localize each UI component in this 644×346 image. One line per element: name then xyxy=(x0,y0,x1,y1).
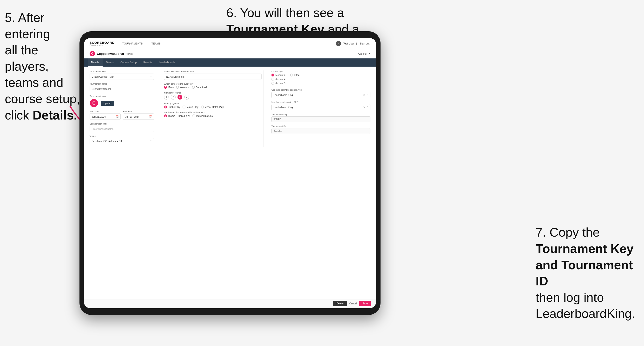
main-content: Tournament Host Clippd College - Men ⌃ T… xyxy=(84,67,376,299)
app-header: SCOREBOARD Powered by clippd TOURNAMENTS… xyxy=(84,38,376,49)
start-date-group: Start date Jan 21, 2024 📅 xyxy=(90,110,121,120)
venue-label: Venue xyxy=(90,135,154,137)
end-date-group: End date Jan 23, 2024 📅 xyxy=(123,110,154,120)
save-button[interactable]: Save xyxy=(359,301,371,306)
start-date-input[interactable]: Jan 21, 2024 📅 xyxy=(90,114,121,120)
teams-option[interactable]: Teams (+Individuals) xyxy=(164,114,190,117)
host-input[interactable]: Clippd College - Men ⌃ xyxy=(90,74,154,80)
gender-combined[interactable]: Combined xyxy=(192,86,207,89)
individuals-label: Individuals Only xyxy=(196,115,214,117)
round-3[interactable]: 3 xyxy=(178,95,182,100)
round-2[interactable]: 2 xyxy=(171,95,176,100)
tab-details[interactable]: Details xyxy=(88,58,102,67)
third-party1-group: Use third-party live scoring API? Leader… xyxy=(272,89,370,98)
tab-course-setup[interactable]: Course Setup xyxy=(117,58,140,67)
end-date-value: Jan 23, 2024 xyxy=(125,115,139,118)
rounds-group: Number of rounds 1 2 3 4 xyxy=(164,92,262,100)
format-other[interactable]: Other xyxy=(290,74,300,76)
other-label: Other xyxy=(294,74,300,76)
third-party2-clear[interactable]: ✕ xyxy=(363,106,365,109)
third-party2-input[interactable]: Leaderboard King ✕ ⌃ xyxy=(272,104,370,110)
end-date-input[interactable]: Jan 23, 2024 📅 xyxy=(123,114,154,120)
key-text: b4f6b7 xyxy=(274,118,281,120)
individuals-option[interactable]: Individuals Only xyxy=(192,114,214,117)
nav-teams[interactable]: TEAMS xyxy=(150,42,162,45)
sign-out-link[interactable]: Sign out xyxy=(359,42,370,45)
third-party1-controls: ✕ ⌃ xyxy=(363,94,368,97)
sponsor-label: Sponsor (optional) xyxy=(90,123,154,125)
division-input[interactable]: NCAA Division III ⌃ xyxy=(164,74,262,80)
format-6count5[interactable]: 6 count 5 xyxy=(272,82,286,85)
gender-mens[interactable]: Mens xyxy=(164,86,174,89)
6count5-circle xyxy=(272,82,274,85)
scoring-match[interactable]: Match Play xyxy=(182,106,198,108)
5count4-circle xyxy=(272,74,274,76)
third-party1-input[interactable]: Leaderboard King ✕ ⌃ xyxy=(272,92,370,98)
logo-c-letter: C xyxy=(90,99,98,107)
teams-radio-circle xyxy=(164,114,167,117)
col-left: Tournament Host Clippd College - Men ⌃ T… xyxy=(90,70,157,147)
third-party1-clear[interactable]: ✕ xyxy=(363,94,365,97)
user-name: Test User xyxy=(343,42,354,45)
third-party1-label: Use third-party live scoring API? xyxy=(272,89,370,91)
tab-bar: Details Teams Course Setup Results Leade… xyxy=(84,58,376,67)
medal-radio-circle xyxy=(201,106,204,108)
venue-input[interactable]: Peachtree GC - Atlanta - GA ⌃ xyxy=(90,138,154,144)
annotation-line4: course setup, xyxy=(5,92,80,106)
rounds-label: Number of rounds xyxy=(164,92,262,94)
tab-results[interactable]: Results xyxy=(140,58,156,67)
cancel-button[interactable]: Cancel xyxy=(349,302,357,305)
host-value: Clippd College - Men xyxy=(92,75,114,78)
logo-label: Tournament logo xyxy=(90,95,154,97)
format-6count4[interactable]: 6 count 4 xyxy=(272,78,286,81)
host-label: Tournament Host xyxy=(90,70,154,73)
format-group: Format type 5 count 4 6 count 4 xyxy=(272,70,370,86)
third-party2-value: Leaderboard King xyxy=(274,106,293,109)
womens-radio-circle xyxy=(176,86,179,89)
annotation-left: 5. After entering all the players, teams… xyxy=(5,10,82,123)
tournament-title-row: C Clippd Invitational (Men) xyxy=(90,51,133,56)
name-value: Clippd Invitational xyxy=(92,88,111,90)
mens-radio-circle xyxy=(164,86,167,89)
scoreboard-logo: SCOREBOARD Powered by clippd xyxy=(90,41,115,46)
name-input[interactable]: Clippd Invitational xyxy=(90,86,154,92)
combined-label: Combined xyxy=(196,86,207,89)
third-party2-label: Use third-party scoring API? xyxy=(272,101,370,103)
name-label: Tournament name xyxy=(90,83,154,85)
tab-teams[interactable]: Teams xyxy=(102,58,117,67)
gender-womens[interactable]: Womens xyxy=(176,86,189,89)
cancel-link[interactable]: Cancel ✕ xyxy=(358,52,370,55)
pipe-separator: | xyxy=(356,42,357,45)
tournament-host-group: Tournament Host Clippd College - Men ⌃ xyxy=(90,70,154,80)
start-label: Start date xyxy=(90,110,121,113)
individuals-radio-circle xyxy=(192,114,195,117)
tab-leaderboards[interactable]: Leaderboards xyxy=(156,58,179,67)
format-5count4[interactable]: 5 count 4 xyxy=(272,74,286,76)
venue-dropdown-arrow: ⌃ xyxy=(150,140,152,142)
nav-tournaments[interactable]: TOURNAMENTS xyxy=(122,42,144,45)
sponsor-input[interactable]: Enter sponsor name xyxy=(90,126,154,132)
annotation-line2: all the players, xyxy=(5,43,49,73)
upload-button[interactable]: Upload xyxy=(101,101,114,106)
stroke-label: Stroke Play xyxy=(168,106,180,108)
scoring-medal-match[interactable]: Medal Match Play xyxy=(201,106,224,108)
sponsor-group: Sponsor (optional) Enter sponsor name xyxy=(90,123,154,132)
delete-button[interactable]: Delete xyxy=(333,301,347,306)
annotation-line3: teams and xyxy=(5,75,63,89)
footer-bar: Delete Cancel Save xyxy=(84,299,376,308)
venue-value: Peachtree GC - Atlanta - GA xyxy=(92,140,122,143)
tournament-name-group: Tournament name Clippd Invitational xyxy=(90,83,154,92)
scoring-stroke[interactable]: Stroke Play xyxy=(164,106,180,108)
cancel-text: Cancel xyxy=(358,52,366,55)
6count4-label: 6 count 4 xyxy=(276,78,286,81)
annotation-line1: 5. After entering xyxy=(5,10,50,41)
round-4[interactable]: 4 xyxy=(184,95,189,100)
annotation-bottom-right: 7. Copy the Tournament Key and Tournamen… xyxy=(536,224,637,322)
teams-group: Is this event for Teams and/or Individua… xyxy=(164,111,262,117)
logo-preview: C xyxy=(90,99,98,108)
tablet-frame: SCOREBOARD Powered by clippd TOURNAMENTS… xyxy=(80,31,380,315)
round-1[interactable]: 1 xyxy=(164,95,169,100)
annotation-br-line1: 7. Copy the xyxy=(536,225,600,239)
scoring-group: Scoring system Stroke Play Match Play xyxy=(164,102,262,108)
header-right: SI Test User | Sign out xyxy=(336,41,370,46)
